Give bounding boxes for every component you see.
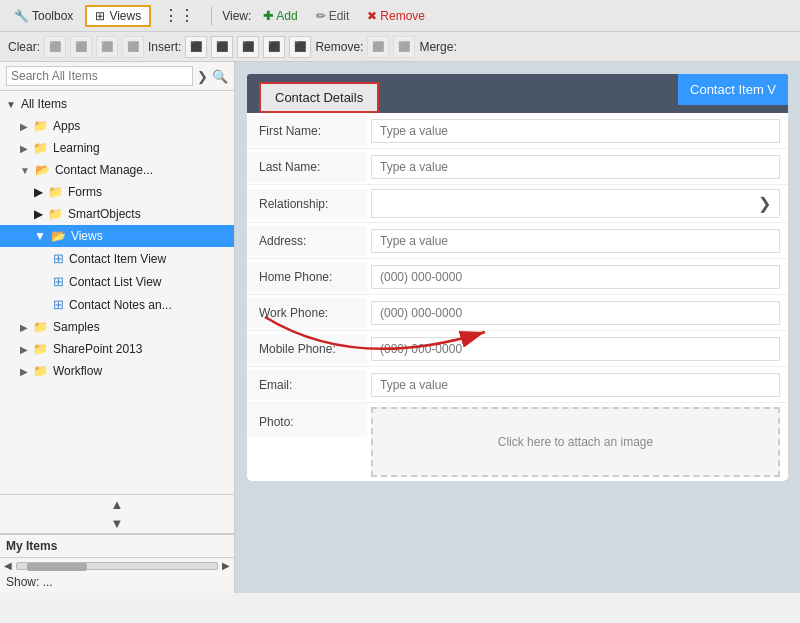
sidebar-scroll-down[interactable]: ▼: [0, 514, 234, 534]
search-icon[interactable]: 🔍: [212, 69, 228, 84]
sidebar-item-contact-list-view[interactable]: ⊞ Contact List View: [0, 270, 234, 293]
apps-label: Apps: [53, 119, 80, 133]
sidebar-scroll-up[interactable]: ▲: [0, 494, 234, 514]
form-body: First Name: Last Name: Relationship:: [247, 113, 788, 481]
add-button[interactable]: ✚ Add: [257, 7, 303, 25]
lastname-label: Last Name:: [247, 152, 367, 182]
insert-btn2[interactable]: ⬛: [211, 36, 233, 58]
scroll-track[interactable]: [16, 562, 218, 570]
email-label: Email:: [247, 370, 367, 400]
form-row-homephone: Home Phone:: [247, 259, 788, 295]
clear-btn4[interactable]: ⬛: [122, 36, 144, 58]
sharepoint-folder-icon: 📁: [33, 342, 48, 356]
top-toolbar: 🔧 Toolbox ⊞ Views ⋮⋮ View: ✚ Add ✏ Edit …: [0, 0, 800, 32]
photo-upload-area[interactable]: Click here to attach an image: [371, 407, 780, 477]
photo-label: Photo:: [247, 403, 367, 437]
workflow-folder-icon: 📁: [33, 364, 48, 378]
insert-btn1[interactable]: ⬛: [185, 36, 207, 58]
samples-expand-icon: ▶: [20, 322, 28, 333]
sidebar-tree: ▼ All Items ▶ 📁 Apps ▶ 📁 Learning ▼ 📂 Co…: [0, 91, 234, 494]
scroll-right-icon[interactable]: ▶: [222, 560, 230, 571]
content-area: Contact Details Contact Item V First Nam…: [235, 62, 800, 593]
sidebar-item-contact-notes[interactable]: ⊞ Contact Notes an...: [0, 293, 234, 316]
homephone-input[interactable]: [371, 265, 780, 289]
smartobjects-label: SmartObjects: [68, 207, 141, 221]
add-label: Add: [276, 9, 297, 23]
contact-manage-label: Contact Manage...: [55, 163, 153, 177]
apps-folder-icon: 📁: [33, 119, 48, 133]
insert-btn3[interactable]: ⬛: [237, 36, 259, 58]
form-row-lastname: Last Name:: [247, 149, 788, 185]
form-row-firstname: First Name:: [247, 113, 788, 149]
address-label: Address:: [247, 226, 367, 256]
grid-icon-btn[interactable]: ⋮⋮: [157, 4, 201, 27]
clear-btn2[interactable]: ⬛: [70, 36, 92, 58]
contact-item-badge: Contact Item V: [678, 74, 788, 105]
separator1: [211, 7, 212, 25]
insert-btn4[interactable]: ⬛: [263, 36, 285, 58]
edit-label: Edit: [329, 9, 350, 23]
mobilephone-input[interactable]: [371, 337, 780, 361]
remove-button[interactable]: ✖ Remove: [361, 7, 431, 25]
insert-label: Insert:: [148, 40, 181, 54]
tree-all-items[interactable]: ▼ All Items: [0, 93, 234, 115]
scroll-thumb[interactable]: [27, 563, 87, 571]
email-input[interactable]: [371, 373, 780, 397]
remove2-btn2[interactable]: ⬛: [393, 36, 415, 58]
firstname-input[interactable]: [371, 119, 780, 143]
sidebar-item-apps[interactable]: ▶ 📁 Apps: [0, 115, 234, 137]
scroll-left-icon[interactable]: ◀: [4, 560, 12, 571]
homephone-label: Home Phone:: [247, 262, 367, 292]
form-row-photo: Photo: Click here to attach an image: [247, 403, 788, 481]
learning-folder-icon: 📁: [33, 141, 48, 155]
firstname-label: First Name:: [247, 116, 367, 146]
dropdown-icon[interactable]: ❯: [197, 69, 208, 84]
grid2-icon: ⋮⋮: [163, 6, 195, 25]
merge-label: Merge:: [419, 40, 456, 54]
contact-item-view-icon: ⊞: [53, 251, 64, 266]
views-grid-icon: ⊞: [95, 9, 105, 23]
sidebar-item-contact-manage[interactable]: ▼ 📂 Contact Manage...: [0, 159, 234, 181]
contact-notes-icon: ⊞: [53, 297, 64, 312]
relationship-select[interactable]: ❯: [371, 189, 780, 218]
samples-folder-icon: 📁: [33, 320, 48, 334]
sidebar-item-smartobjects[interactable]: ▶ 📁 SmartObjects: [0, 203, 234, 225]
remove-label: Remove: [380, 9, 425, 23]
clear-btn1[interactable]: ⬛: [44, 36, 66, 58]
form-row-relationship: Relationship: ❯: [247, 185, 788, 223]
sidebar-item-samples[interactable]: ▶ 📁 Samples: [0, 316, 234, 338]
toolbox-tab[interactable]: 🔧 Toolbox: [8, 7, 79, 25]
workphone-input[interactable]: [371, 301, 780, 325]
clear-label: Clear:: [8, 40, 40, 54]
views-tree-label: Views: [71, 229, 103, 243]
edit-icon: ✏: [316, 9, 326, 23]
lastname-input[interactable]: [371, 155, 780, 179]
contact-details-tab[interactable]: Contact Details: [259, 82, 379, 113]
views-label: Views: [109, 9, 141, 23]
edit-button[interactable]: ✏ Edit: [310, 7, 356, 25]
form-row-email: Email:: [247, 367, 788, 403]
sidebar-item-contact-item-view[interactable]: ⊞ Contact Item View: [0, 247, 234, 270]
search-input[interactable]: [6, 66, 193, 86]
learning-label: Learning: [53, 141, 100, 155]
sidebar-item-views[interactable]: ▼ 📂 Views: [0, 225, 234, 247]
remove-icon: ✖: [367, 9, 377, 23]
clear-btn3[interactable]: ⬛: [96, 36, 118, 58]
add-icon: ✚: [263, 9, 273, 23]
insert-btn5[interactable]: ⬛: [289, 36, 311, 58]
forms-expand-icon: ▶: [34, 185, 43, 199]
my-items-section: My Items: [0, 534, 234, 557]
views-tab[interactable]: ⊞ Views: [85, 5, 151, 27]
sidebar-item-sharepoint[interactable]: ▶ 📁 SharePoint 2013: [0, 338, 234, 360]
forms-label: Forms: [68, 185, 102, 199]
sidebar-item-workflow[interactable]: ▶ 📁 Workflow: [0, 360, 234, 382]
samples-label: Samples: [53, 320, 100, 334]
learning-expand-icon: ▶: [20, 143, 28, 154]
sidebar-item-learning[interactable]: ▶ 📁 Learning: [0, 137, 234, 159]
remove2-btn1[interactable]: ⬛: [367, 36, 389, 58]
forms-folder-icon: 📁: [48, 185, 63, 199]
apps-expand-icon: ▶: [20, 121, 28, 132]
view-label: View:: [222, 9, 251, 23]
sidebar-item-forms[interactable]: ▶ 📁 Forms: [0, 181, 234, 203]
address-input[interactable]: [371, 229, 780, 253]
